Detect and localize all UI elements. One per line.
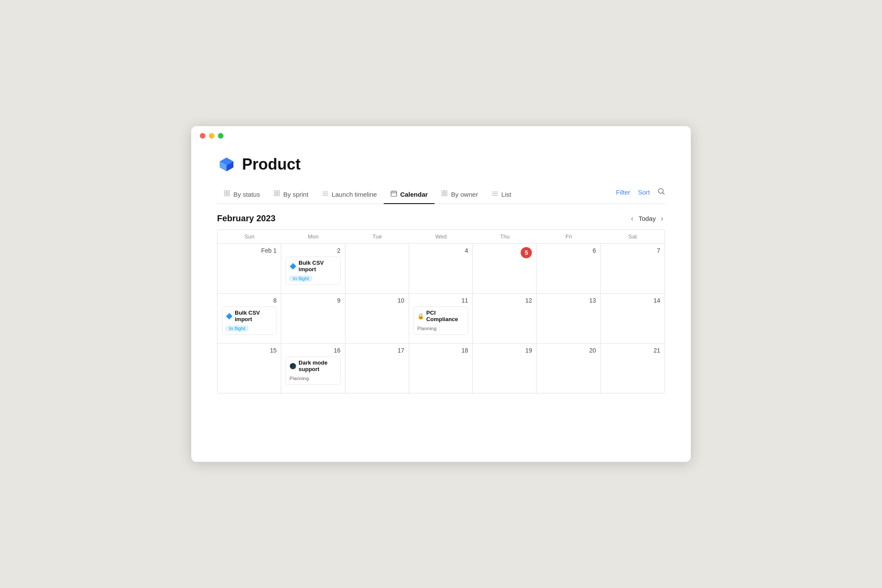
prev-month-button[interactable]: ‹ bbox=[629, 214, 635, 223]
cell-date: 20 bbox=[541, 347, 596, 354]
cell-date: 17 bbox=[350, 347, 404, 354]
tab-list-label: List bbox=[501, 191, 511, 198]
calendar-cell[interactable]: 2 🔷 Bulk CSV import In flight bbox=[281, 244, 345, 293]
event-card-bulk-csv-2[interactable]: 🔷 Bulk CSV import In flight bbox=[222, 306, 276, 335]
svg-line-27 bbox=[663, 193, 665, 195]
event-title-text: PCI Compliance bbox=[426, 309, 464, 322]
month-title: February 2023 bbox=[217, 214, 276, 223]
day-header-fri: Fri bbox=[537, 230, 600, 243]
event-card-bulk-csv[interactable]: 🔷 Bulk CSV import In flight bbox=[286, 257, 340, 285]
filter-button[interactable]: Filter bbox=[616, 189, 630, 196]
event-icon: 🔷 bbox=[289, 263, 296, 269]
calendar-cell[interactable]: 18 bbox=[409, 344, 473, 393]
tab-list[interactable]: List bbox=[485, 186, 518, 204]
calendar-cell[interactable]: 5 bbox=[473, 244, 537, 293]
calendar-cell[interactable]: 10 bbox=[345, 294, 409, 343]
event-title: 🔷 Bulk CSV import bbox=[226, 309, 273, 322]
table-icon-2 bbox=[274, 190, 280, 198]
search-button[interactable] bbox=[658, 188, 665, 197]
status-badge-planning: Planning bbox=[417, 325, 437, 331]
calendar-cell[interactable]: 4 bbox=[409, 244, 473, 293]
table-icon bbox=[224, 190, 230, 198]
svg-rect-19 bbox=[442, 191, 444, 193]
calendar-cell[interactable]: 21 bbox=[601, 344, 665, 393]
status-badge: In flight bbox=[226, 325, 248, 331]
tabs-bar: By status By sprint Launch timeline bbox=[217, 186, 665, 204]
day-header-mon: Mon bbox=[281, 230, 345, 243]
app-window: Product By status By sprint bbox=[191, 126, 691, 462]
calendar-nav: ‹ Today › bbox=[629, 214, 665, 223]
list-icon bbox=[322, 190, 329, 198]
cell-date: Feb 1 bbox=[222, 247, 276, 254]
calendar-cell[interactable]: 9 bbox=[281, 294, 345, 343]
status-badge-planning-2: Planning bbox=[289, 375, 309, 381]
calendar-cell[interactable]: 12 bbox=[473, 294, 537, 343]
calendar-cell[interactable] bbox=[345, 244, 409, 293]
status-badge: In flight bbox=[289, 275, 312, 282]
calendar-cell[interactable]: Feb 1 bbox=[217, 244, 281, 293]
calendar-grid: Sun Mon Tue Wed Thu Fri Sat Feb 1 2 🔷 bbox=[217, 229, 665, 393]
event-icon: 🔷 bbox=[226, 313, 233, 319]
calendar-week-2: 8 🔷 Bulk CSV import In flight 9 10 bbox=[217, 294, 665, 344]
page-title: Product bbox=[242, 155, 301, 173]
minimize-button[interactable] bbox=[209, 133, 214, 139]
calendar-cell[interactable]: 14 bbox=[601, 294, 665, 343]
tab-launch-timeline[interactable]: Launch timeline bbox=[315, 186, 384, 204]
calendar-cell[interactable]: 7 bbox=[601, 244, 665, 293]
tab-by-sprint-label: By sprint bbox=[283, 191, 308, 198]
tabs-list: By status By sprint Launch timeline bbox=[217, 186, 616, 204]
sort-button[interactable]: Sort bbox=[638, 189, 650, 196]
calendar-cell[interactable]: 13 bbox=[537, 294, 600, 343]
grid-icon bbox=[441, 190, 448, 198]
svg-rect-5 bbox=[227, 191, 230, 193]
titlebar bbox=[191, 126, 691, 142]
event-icon: 🔒 bbox=[417, 313, 424, 319]
day-header-tue: Tue bbox=[345, 230, 409, 243]
day-headers: Sun Mon Tue Wed Thu Fri Sat bbox=[217, 230, 665, 244]
svg-rect-11 bbox=[277, 194, 280, 196]
svg-rect-20 bbox=[445, 191, 447, 193]
tab-by-owner[interactable]: By owner bbox=[435, 186, 485, 204]
svg-rect-7 bbox=[227, 194, 230, 196]
calendar-cell[interactable]: 17 bbox=[345, 344, 409, 393]
tab-by-sprint[interactable]: By sprint bbox=[267, 186, 315, 204]
event-title-text: Bulk CSV import bbox=[298, 260, 336, 272]
tab-by-status[interactable]: By status bbox=[217, 186, 267, 204]
cell-date: 18 bbox=[413, 347, 468, 354]
today-button[interactable]: Today bbox=[639, 215, 656, 222]
svg-rect-8 bbox=[274, 191, 276, 193]
calendar-icon bbox=[391, 190, 397, 198]
event-title: 🔒 PCI Compliance bbox=[417, 309, 464, 322]
calendar-cell[interactable]: 6 bbox=[537, 244, 600, 293]
svg-rect-21 bbox=[442, 194, 444, 196]
close-button[interactable] bbox=[200, 133, 205, 139]
event-card-dark-mode[interactable]: 🌑 Dark mode support Planning bbox=[286, 356, 340, 385]
svg-rect-9 bbox=[277, 191, 280, 193]
today-badge: 5 bbox=[521, 247, 532, 258]
cell-date: 8 bbox=[222, 297, 276, 304]
calendar-week-3: 15 16 🌑 Dark mode support Planning 17 bbox=[217, 344, 665, 393]
event-card-pci[interactable]: 🔒 PCI Compliance Planning bbox=[413, 306, 468, 335]
cell-date: 15 bbox=[222, 347, 276, 354]
event-title: 🔷 Bulk CSV import bbox=[289, 260, 336, 272]
cell-date-today: 5 bbox=[477, 247, 532, 261]
toolbar-actions: Filter Sort bbox=[616, 188, 665, 202]
tab-calendar-label: Calendar bbox=[400, 191, 428, 198]
calendar-cell[interactable]: 11 🔒 PCI Compliance Planning bbox=[409, 294, 473, 343]
calendar-cell[interactable]: 16 🌑 Dark mode support Planning bbox=[281, 344, 345, 393]
list-icon-2 bbox=[492, 190, 498, 198]
calendar-cell[interactable]: 8 🔷 Bulk CSV import In flight bbox=[217, 294, 281, 343]
tab-by-status-label: By status bbox=[233, 191, 260, 198]
svg-rect-6 bbox=[224, 194, 227, 196]
cell-date: 11 bbox=[413, 297, 468, 304]
event-title-text: Dark mode support bbox=[298, 359, 336, 372]
cell-date: 6 bbox=[541, 247, 596, 254]
maximize-button[interactable] bbox=[218, 133, 224, 139]
cell-date: 4 bbox=[413, 247, 468, 254]
calendar-cell[interactable]: 20 bbox=[537, 344, 600, 393]
calendar-cell[interactable]: 15 bbox=[217, 344, 281, 393]
tab-calendar[interactable]: Calendar bbox=[384, 186, 435, 204]
next-month-button[interactable]: › bbox=[659, 214, 665, 223]
calendar-cell[interactable]: 19 bbox=[473, 344, 537, 393]
day-header-thu: Thu bbox=[473, 230, 537, 243]
